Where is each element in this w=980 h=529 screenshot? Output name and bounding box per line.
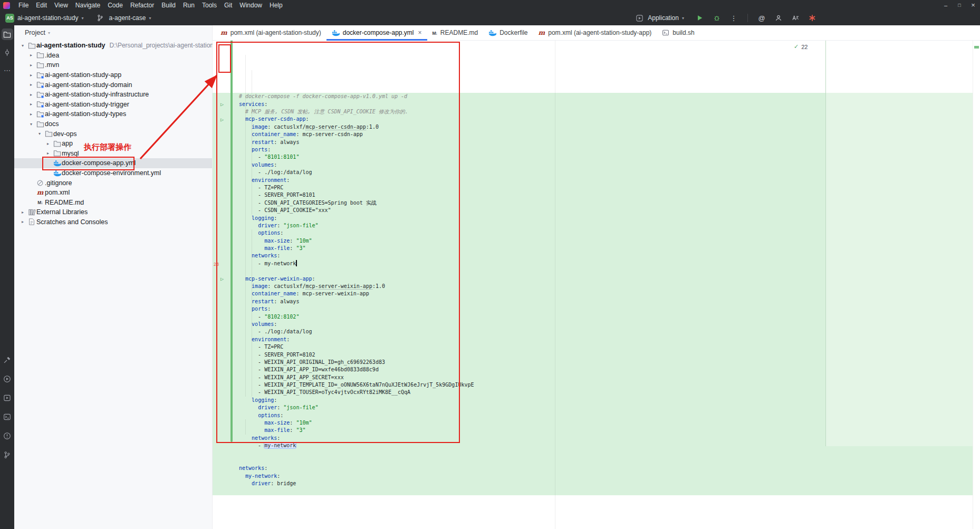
main-area: ⋯: [0, 25, 980, 529]
menu-build[interactable]: Build: [158, 0, 179, 11]
menu-git[interactable]: Git: [220, 0, 236, 11]
mentions-icon[interactable]: @: [756, 13, 767, 23]
version-control-tool-icon[interactable]: [2, 449, 13, 460]
tree-item-docker-compose-app.yml[interactable]: docker-compose-app.yml: [14, 158, 212, 168]
tree-item-ai-agent-station-study-domain[interactable]: ▸ai-agent-station-study-domain: [14, 80, 212, 90]
menu-view[interactable]: View: [51, 0, 72, 11]
run-gutter-icon[interactable]: ▷: [220, 101, 227, 108]
vcs-branch-widget[interactable]: a-agent-case ▾: [91, 12, 155, 24]
tree-item-readme.md[interactable]: M↓README.md: [14, 198, 212, 208]
ide-window: FileEditViewNavigateCodeRefactorBuildRun…: [0, 0, 980, 529]
close-button[interactable]: ×: [966, 0, 980, 11]
menu-window[interactable]: Window: [236, 0, 266, 11]
maximize-button[interactable]: □: [953, 0, 966, 11]
tab-pom.xml-ai-agent-station-study[interactable]: mpom.xml (ai-agent-station-study): [215, 25, 326, 40]
indent-guide: [252, 70, 252, 215]
tree-item-.idea[interactable]: ▸.idea: [14, 51, 212, 61]
chevron-right-icon[interactable]: ▸: [27, 102, 35, 107]
run-configuration-widget[interactable]: Application ▾: [630, 12, 688, 24]
chevron-down-icon[interactable]: ▾: [35, 131, 44, 136]
chevron-right-icon[interactable]: ▸: [27, 112, 35, 117]
services-tool-icon[interactable]: [2, 392, 13, 403]
chevron-right-icon[interactable]: ▸: [27, 63, 35, 68]
tree-item-ai-agent-station-study-infrastructure[interactable]: ▸ai-agent-station-study-infrastructure: [14, 90, 212, 100]
more-tool-windows-icon[interactable]: ⋯: [2, 64, 13, 76]
build-tool-icon[interactable]: [2, 354, 13, 366]
tab-label: README.md: [440, 29, 478, 36]
menu-tools[interactable]: Tools: [198, 0, 220, 11]
menu-edit[interactable]: Edit: [32, 0, 51, 11]
project-panel-header[interactable]: Project ▾: [14, 25, 212, 40]
chevron-right-icon[interactable]: ▸: [27, 73, 35, 78]
profile-icon[interactable]: [773, 13, 784, 23]
run-gutter-icon[interactable]: ▷: [220, 275, 227, 282]
tree-item-.mvn[interactable]: ▸.mvn: [14, 60, 212, 70]
code-line[interactable]: my-network:: [213, 473, 980, 480]
tree-item-dev-ops[interactable]: ▾dev-ops: [14, 129, 212, 139]
toolbar-separator: [747, 14, 748, 22]
tree-item-pom.xml[interactable]: mpom.xml: [14, 188, 212, 198]
tree-item-ai-agent-station-study-trigger[interactable]: ▸ai-agent-station-study-trigger: [14, 100, 212, 110]
inspection-widget[interactable]: ✓ 22: [790, 42, 811, 51]
tree-item-external-libraries[interactable]: ▸External Libraries: [14, 207, 212, 217]
menu-code[interactable]: Code: [104, 0, 127, 11]
menu-navigate[interactable]: Navigate: [72, 0, 104, 11]
tab-docker-compose-app.yml[interactable]: docker-compose-app.yml×: [326, 25, 427, 40]
project-panel: Project ▾ ▾ai-agent-station-studyD:\Pers…: [14, 25, 213, 529]
vcs-added-lines-bar[interactable]: [230, 41, 233, 442]
menu-help[interactable]: Help: [266, 0, 286, 11]
tree-item-ai-agent-station-study-app[interactable]: ▸ai-agent-station-study-app: [14, 70, 212, 80]
code-line[interactable]: [213, 450, 980, 457]
run-button[interactable]: [695, 13, 705, 23]
commit-tool-icon[interactable]: [2, 46, 13, 58]
menubar: FileEditViewNavigateCodeRefactorBuildRun…: [15, 0, 286, 11]
minimize-button[interactable]: –: [939, 0, 953, 11]
translate-icon[interactable]: [790, 13, 801, 23]
chevron-right-icon[interactable]: ▸: [27, 92, 35, 97]
tree-item-label: ai-agent-station-study-types: [45, 110, 126, 118]
more-actions-icon[interactable]: ⋮: [728, 13, 739, 23]
tree-item-.gitignore[interactable]: .gitignore: [14, 178, 212, 188]
chevron-right-icon[interactable]: ▸: [44, 151, 52, 156]
menu-file[interactable]: File: [15, 0, 32, 11]
chevron-right-icon[interactable]: ▸: [18, 219, 27, 224]
tree-item-scratches-and-consoles[interactable]: ▸Scratches and Consoles: [14, 217, 212, 227]
run-tool-icon[interactable]: [2, 373, 13, 384]
chevron-right-icon[interactable]: ▸: [27, 82, 35, 87]
tree-item-docker-compose-environment.yml[interactable]: docker-compose-environment.yml: [14, 168, 212, 178]
project-widget[interactable]: AS ai-agent-station-study ▾: [1, 12, 88, 24]
tree-item-mysql[interactable]: ▸mysql: [14, 149, 212, 159]
code-line[interactable]: driver: bridge: [213, 480, 980, 487]
editor-column: mpom.xml (ai-agent-station-study)docker-…: [213, 25, 980, 529]
tab-build.sh[interactable]: build.sh: [657, 25, 699, 40]
chevron-right-icon[interactable]: ▸: [44, 141, 52, 146]
text-cursor: [296, 260, 296, 266]
error-stripe[interactable]: [973, 41, 980, 529]
run-gutter-icon[interactable]: ▷: [220, 116, 227, 123]
tab-readme.md[interactable]: M↓README.md: [427, 25, 484, 40]
chevron-right-icon[interactable]: ▸: [18, 210, 27, 215]
error-stripe-mark[interactable]: [974, 46, 979, 49]
code-line[interactable]: [213, 457, 980, 465]
chevron-right-icon[interactable]: ▸: [27, 53, 35, 57]
tree-item-ai-agent-station-study-types[interactable]: ▸ai-agent-station-study-types: [14, 109, 212, 119]
plugin-pinwheel-icon[interactable]: [807, 13, 818, 23]
menu-run[interactable]: Run: [179, 0, 198, 11]
tree-item-docs[interactable]: ▾docs: [14, 119, 212, 129]
chevron-down-icon[interactable]: ▾: [18, 43, 27, 48]
tab-dockerfile[interactable]: Dockerfile: [483, 25, 533, 40]
editor[interactable]: # docker-compose -f docker-compose-app-v…: [213, 41, 980, 529]
tab-pom.xml-ai-agent-station-study-app[interactable]: mpom.xml (ai-agent-station-study-app): [533, 25, 657, 40]
tree-item-app[interactable]: ▸app: [14, 139, 212, 149]
code-line[interactable]: [213, 488, 980, 495]
menu-refactor[interactable]: Refactor: [127, 0, 158, 11]
problems-tool-icon[interactable]: [2, 430, 13, 441]
chevron-down-icon[interactable]: ▾: [27, 122, 35, 127]
close-icon[interactable]: ×: [418, 29, 421, 36]
tree-item-ai-agent-station-study[interactable]: ▾ai-agent-station-studyD:\Personal_proje…: [14, 41, 212, 51]
terminal-tool-icon[interactable]: [2, 411, 13, 422]
project-tool-icon[interactable]: [2, 28, 13, 40]
code-line[interactable]: networks:: [213, 465, 980, 472]
debug-button[interactable]: [712, 13, 722, 23]
docker-icon: [52, 160, 62, 167]
